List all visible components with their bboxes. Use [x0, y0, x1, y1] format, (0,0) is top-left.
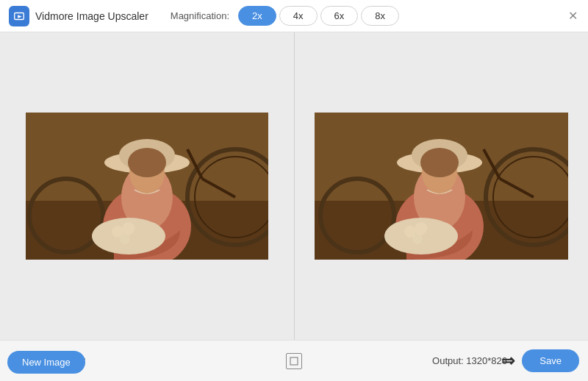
- mag-2x-button[interactable]: 2x: [238, 6, 276, 26]
- svg-marker-1: [18, 15, 21, 18]
- right-actions: ⇒ Save: [501, 349, 579, 372]
- bottom-bar: Original: 660*413 Output: 1320*826 New I…: [0, 340, 588, 381]
- resize-icon-svg: [290, 357, 298, 366]
- mag-4x-button[interactable]: 4x: [279, 6, 318, 26]
- main-content: [0, 32, 588, 340]
- magnification-label: Magnification:: [171, 10, 229, 21]
- original-panel: [0, 32, 295, 340]
- save-button[interactable]: Save: [522, 349, 579, 372]
- arrow-icon: ⇒: [501, 352, 514, 371]
- center-resize-icon[interactable]: [286, 353, 302, 369]
- svg-rect-42: [315, 113, 568, 260]
- original-photo: [26, 113, 268, 260]
- magnification-buttons: 2x 4x 6x 8x: [238, 6, 399, 26]
- app-logo: [9, 6, 29, 26]
- mag-6x-button[interactable]: 6x: [320, 6, 359, 26]
- output-panel: [295, 32, 589, 340]
- mag-8x-button[interactable]: 8x: [361, 6, 399, 26]
- output-info: Output: 1320*826: [432, 355, 507, 366]
- output-photo: [315, 113, 568, 260]
- logo-icon: [12, 10, 26, 23]
- svg-rect-22: [26, 113, 268, 260]
- svg-rect-43: [290, 357, 298, 365]
- new-image-button[interactable]: New Image: [7, 351, 85, 374]
- app-title: Vidmore Image Upscaler: [35, 10, 148, 22]
- original-photo-svg: [26, 113, 268, 260]
- title-bar: Vidmore Image Upscaler Magnification: 2x…: [0, 0, 588, 32]
- output-photo-svg: [315, 113, 568, 260]
- close-button[interactable]: ✕: [568, 10, 578, 22]
